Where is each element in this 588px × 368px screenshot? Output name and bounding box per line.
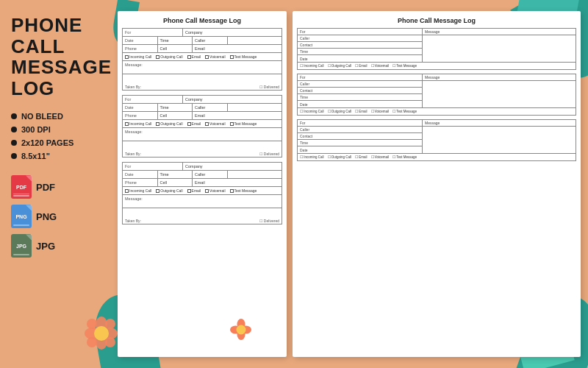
phone-label: Phone [123, 45, 158, 52]
company-label-2: Company [183, 96, 282, 103]
for-label-3: For [123, 163, 183, 170]
right-message-header-2: Message [423, 74, 576, 80]
right-header-row-1: For Message [298, 29, 576, 35]
bullet-dot [11, 127, 17, 132]
phone-label-3: Phone [123, 179, 158, 186]
cb-incoming-2: Incoming Call [125, 121, 151, 126]
right-header-row-3: For Message [298, 120, 576, 127]
feature-no-bleed: NO BLEED [11, 112, 107, 121]
right-cb-email-2: ☐ Email [355, 110, 368, 113]
message-area-3: Message: [123, 195, 282, 208]
flower-decoration-middle [228, 316, 254, 342]
right-date-3: Date [298, 146, 422, 153]
right-caller-2: Caller [298, 81, 422, 88]
feature-dpi: 300 DPI [11, 125, 107, 134]
cb-voicemail: Voicemail [205, 54, 225, 59]
date-label: Date [123, 37, 158, 44]
cb-text-2: Text Message [230, 121, 257, 126]
right-fields-2: Caller Contact Time Date [298, 81, 423, 107]
right-cb-incoming-3: ☐ Incoming Call [300, 155, 324, 159]
taken-by-label: Taken By: [125, 85, 141, 89]
cb-email-2: Email [187, 121, 201, 126]
jpg-icon: JPG [11, 234, 32, 258]
form-row-for-company-2: For Company [123, 96, 282, 104]
right-contact-1: Contact [298, 42, 422, 49]
taken-by-label-3: Taken By: [125, 219, 141, 223]
pdf-label: PDF [36, 182, 55, 193]
right-cb-outgoing-3: ☐ Outgoing Call [328, 155, 352, 159]
checkboxes-row-3: Incoming Call Outgoing Call Email Voicem… [123, 187, 282, 195]
caller-value [228, 37, 282, 44]
form-section-3: For Company Date Time Caller Phone Cell … [122, 162, 282, 224]
caller-label-3: Caller [193, 171, 228, 178]
pdf-badge: PDF PDF [11, 175, 59, 199]
cb-voicemail-2: Voicemail [205, 121, 225, 126]
cb-outgoing: Outgoing Call [156, 54, 182, 59]
right-cb-row-1: ☐ Incoming Call ☐ Outgoing Call ☐ Email … [298, 62, 576, 69]
right-cb-voicemail-1: ☐ Voicemail [371, 64, 390, 68]
right-cb-row-3: ☐ Incoming Call ☐ Outgoing Call ☐ Email … [298, 153, 576, 160]
time-label-2: Time [158, 104, 193, 111]
taken-row-3: Taken By: ☐ Delivered [123, 217, 282, 224]
email-label: Email [193, 45, 282, 52]
right-cb-text-1: ☐ Text Message [392, 64, 417, 68]
right-section-1: For Message Caller Contact Time Date ☐ I… [297, 28, 576, 70]
right-for-3: For [298, 120, 423, 126]
right-message-body-2 [423, 81, 576, 107]
right-time-3: Time [298, 140, 422, 146]
email-label-3: Email [193, 179, 282, 186]
taken-row-1: Taken By: ☐ Delivered [123, 83, 282, 90]
message-area-2: Message: [123, 128, 282, 141]
right-body-1: Caller Contact Time Date [298, 35, 576, 62]
phone-label-2: Phone [123, 112, 158, 119]
company-label: Company [183, 29, 282, 36]
bullet-dot [11, 113, 17, 119]
main-title: PHONE CALL MESSAGE LOG [11, 15, 107, 99]
email-label-2: Email [193, 112, 282, 119]
format-badges: PDF PDF PNG PNG JPG JPG [11, 175, 107, 258]
right-for-1: For [298, 29, 423, 35]
cb-text-3: Text Message [230, 188, 257, 193]
right-cb-incoming-1: ☐ Incoming Call [300, 64, 324, 68]
caller-value-3 [228, 171, 282, 178]
feature-size: 8.5x11" [11, 152, 107, 160]
flower-decoration-left [81, 313, 121, 353]
caller-label-2: Caller [193, 104, 228, 111]
jpg-badge: JPG JPG [11, 234, 59, 258]
form-row-date-2: Date Time Caller [123, 104, 282, 112]
right-contact-2: Contact [298, 88, 422, 94]
right-date-2: Date [298, 101, 422, 107]
form-row-date-3: Date Time Caller [123, 171, 282, 179]
form-row-date: Date Time Caller [123, 37, 282, 45]
bullet-dot [11, 153, 17, 159]
right-cb-outgoing-2: ☐ Outgoing Call [328, 110, 352, 113]
delivered-label-2: ☐ Delivered [259, 152, 279, 156]
delivered-label: ☐ Delivered [259, 85, 279, 89]
cb-outgoing-3: Outgoing Call [156, 188, 182, 193]
date-label-3: Date [123, 171, 158, 178]
feature-label: 2x120 PAGES [21, 138, 74, 147]
right-message-body-1 [423, 35, 576, 62]
pdf-icon-label: PDF [16, 185, 26, 190]
right-header-row-2: For Message [298, 74, 576, 81]
right-cb-email-3: ☐ Email [355, 155, 368, 159]
taken-row-2: Taken By: ☐ Delivered [123, 150, 282, 157]
png-icon: PNG [11, 205, 32, 228]
cb-incoming: Incoming Call [125, 54, 151, 59]
right-contact-3: Contact [298, 133, 422, 140]
right-body-2: Caller Contact Time Date [298, 81, 576, 107]
right-time-1: Time [298, 49, 422, 55]
right-cb-text-3: ☐ Text Message [392, 155, 417, 159]
checkboxes-row-1: Incoming Call Outgoing Call Email Voicem… [123, 53, 282, 61]
cb-incoming-3: Incoming Call [125, 188, 151, 193]
cell-label-2: Cell [158, 112, 193, 119]
docs-area: Phone Call Message Log For Company Date … [118, 11, 581, 357]
bullet-dot [11, 140, 17, 146]
right-cb-voicemail-2: ☐ Voicemail [371, 110, 390, 113]
right-time-2: Time [298, 94, 422, 101]
message-area-1: Message: [123, 61, 282, 74]
cb-text: Text Message [230, 54, 257, 59]
message-lines-3 [123, 208, 282, 217]
cb-voicemail-3: Voicemail [205, 188, 225, 193]
pdf-icon: PDF [11, 175, 32, 199]
